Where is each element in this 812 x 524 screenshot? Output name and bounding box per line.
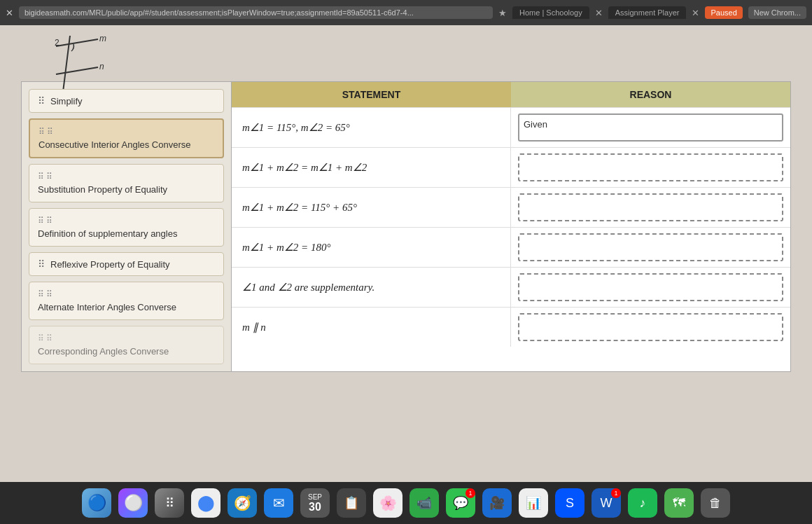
word-icon[interactable]: W 1 <box>592 488 621 518</box>
reason-consecutive-label: Consecutive Interior Angles Converse <box>38 139 191 150</box>
proof-row-5: ∠1 and ∠2 are supplementary. <box>232 267 790 307</box>
drag-handle-consecutive: ⠿ ⠿ <box>38 127 214 137</box>
reason-cell-4[interactable] <box>511 228 790 267</box>
tab-schoology[interactable]: Home | Schoology <box>512 6 589 19</box>
proof-row-2: m∠1 + m∠2 = m∠1 + m∠2 <box>232 147 790 187</box>
svg-text:n: n <box>99 62 104 71</box>
reason-cell-3[interactable] <box>511 188 790 227</box>
reason-simplify-label: Simplify <box>50 96 83 106</box>
reason-alternate-label: Alternate Interior Angles Converse <box>38 302 176 312</box>
reason-drop-5[interactable] <box>518 273 783 301</box>
maps-icon[interactable]: 🗺 <box>664 488 694 518</box>
browser-bar: ✕ bigideasmath.com/MRL/public/app/#/stud… <box>0 0 812 25</box>
statement-2: m∠1 + m∠2 = m∠1 + m∠2 <box>232 148 511 187</box>
taskbar: 🔵 ⚪ ⠿ ⬤ 🧭 ✉ SEP 30 📋 🌸 📹 💬 1 🎥 📊 S W 1 ♪… <box>0 482 812 524</box>
word-badge: 1 <box>611 488 621 498</box>
proof-header: STATEMENT REASON <box>232 82 790 107</box>
statement-2-text: m∠1 + m∠2 = m∠1 + m∠2 <box>242 161 367 174</box>
reason-substitution-label: Substitution Property of Equality <box>38 184 167 195</box>
reason-definition[interactable]: ⠿ ⠿ Definition of supplementary angles <box>29 208 224 247</box>
proof-row-4: m∠1 + m∠2 = 180° <box>232 227 790 267</box>
drag-handle-corresponding: ⠿ ⠿ <box>38 333 215 343</box>
reason-reflexive-label: Reflexive Property of Equality <box>50 259 170 270</box>
statement-5-text: ∠1 and ∠2 are supplementary. <box>242 281 374 294</box>
svg-line-1 <box>56 67 98 74</box>
proof-row-3: m∠1 + m∠2 = 115° + 65° <box>232 187 790 227</box>
shazam-icon[interactable]: S <box>555 488 584 518</box>
column-statement-header: STATEMENT <box>232 82 511 107</box>
reason-cell-6[interactable] <box>511 308 790 347</box>
reason-drop-6[interactable] <box>518 313 783 341</box>
reason-definition-label: Definition of supplementary angles <box>38 228 177 239</box>
notes-icon[interactable]: 📋 <box>337 488 366 518</box>
proof-container: ⠿ Simplify ⠿ ⠿ Consecutive Interior Angl… <box>21 81 791 372</box>
spotify-icon[interactable]: ♪ <box>628 488 657 518</box>
reason-drop-4[interactable] <box>518 233 783 261</box>
svg-text:m: m <box>99 36 106 43</box>
svg-line-0 <box>56 39 98 46</box>
statement-4: m∠1 + m∠2 = 180° <box>232 228 511 267</box>
main-content: 2 m n ⠿ Simplify ⠿ ⠿ Consecutive Interio… <box>0 25 812 482</box>
statement-6-text: m ∥ n <box>242 321 266 333</box>
statement-6: m ∥ n <box>232 308 511 347</box>
reason-substitution[interactable]: ⠿ ⠿ Substitution Property of Equality <box>29 164 224 202</box>
reason-1-text: Given <box>524 119 547 130</box>
statement-4-text: m∠1 + m∠2 = 180° <box>242 241 330 254</box>
tab-assignment[interactable]: Assignment Player <box>608 6 687 19</box>
reason-corresponding-label: Corresponding Angles Converse <box>38 346 169 357</box>
reason-drop-1[interactable]: Given <box>518 113 783 142</box>
new-chrome-button[interactable]: New Chrom... <box>748 6 806 19</box>
siri-icon[interactable]: ⚪ <box>118 488 148 518</box>
drag-handle-alternate: ⠿ ⠿ <box>38 289 215 299</box>
proof-table: STATEMENT REASON m∠1 = 115°, m∠2 = 65° G… <box>232 82 790 371</box>
reason-corresponding[interactable]: ⠿ ⠿ Corresponding Angles Converse <box>29 326 224 364</box>
messages-badge: 1 <box>465 488 475 498</box>
statement-3: m∠1 + m∠2 = 115° + 65° <box>232 188 511 227</box>
calendar-icon[interactable]: SEP 30 <box>300 488 330 518</box>
geometry-diagram: 2 m n <box>21 32 105 88</box>
launchpad-icon[interactable]: ⠿ <box>155 488 184 518</box>
reason-drop-3[interactable] <box>518 193 783 221</box>
drag-handle-reflexive: ⠿ <box>38 258 45 270</box>
svg-text:2: 2 <box>55 38 59 48</box>
column-reason-header: REASON <box>511 82 790 107</box>
reason-cell-1[interactable]: Given <box>511 108 790 147</box>
drag-handle-definition: ⠿ ⠿ <box>38 216 215 226</box>
reason-reflexive[interactable]: ⠿ Reflexive Property of Equality <box>29 252 224 276</box>
trash-icon[interactable]: 🗑 <box>701 488 730 518</box>
statement-3-text: m∠1 + m∠2 = 115° + 65° <box>242 201 357 214</box>
paused-button[interactable]: Paused <box>705 6 742 19</box>
mail-icon[interactable]: ✉ <box>264 488 293 518</box>
reasons-bank: ⠿ Simplify ⠿ ⠿ Consecutive Interior Angl… <box>22 82 232 371</box>
statement-1: m∠1 = 115°, m∠2 = 65° <box>232 108 511 147</box>
statement-5: ∠1 and ∠2 are supplementary. <box>232 268 511 307</box>
calendar-month: SEP <box>308 493 322 501</box>
calendar-day: 30 <box>309 501 321 513</box>
reason-consecutive[interactable]: ⠿ ⠿ Consecutive Interior Angles Converse <box>29 118 224 158</box>
proof-row-1: m∠1 = 115°, m∠2 = 65° Given <box>232 107 790 147</box>
safari-icon[interactable]: 🧭 <box>227 488 257 518</box>
reason-simplify[interactable]: ⠿ Simplify <box>29 89 224 113</box>
proof-row-6: m ∥ n <box>232 307 790 347</box>
drag-handle-substitution: ⠿ ⠿ <box>38 172 215 181</box>
zoom-icon[interactable]: 🎥 <box>482 488 512 518</box>
facetime-icon[interactable]: 📹 <box>410 488 439 518</box>
finder-icon[interactable]: 🔵 <box>82 488 111 518</box>
statement-1-text: m∠1 = 115°, m∠2 = 65° <box>242 121 350 134</box>
url-bar[interactable]: bigideasmath.com/MRL/public/app/#/studen… <box>19 6 493 19</box>
drag-handle-simplify: ⠿ <box>38 95 45 106</box>
messages-icon[interactable]: 💬 1 <box>446 488 475 518</box>
reason-alternate[interactable]: ⠿ ⠿ Alternate Interior Angles Converse <box>29 282 224 320</box>
photos-icon[interactable]: 🌸 <box>373 488 402 518</box>
reason-drop-2[interactable] <box>518 153 783 181</box>
chrome-icon[interactable]: ⬤ <box>191 488 220 518</box>
activity-icon[interactable]: 📊 <box>519 488 548 518</box>
reason-cell-2[interactable] <box>511 148 790 187</box>
reason-cell-5[interactable] <box>511 268 790 307</box>
